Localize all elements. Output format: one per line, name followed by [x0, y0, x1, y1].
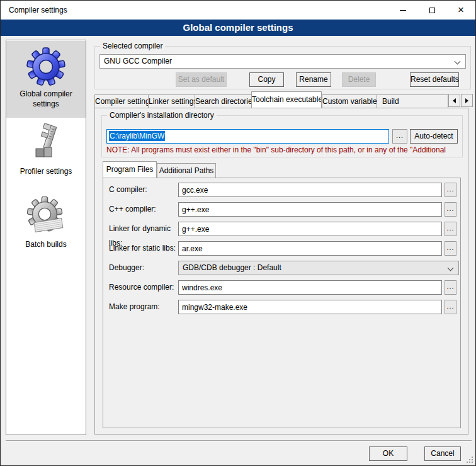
linker-dynamic-input[interactable]	[178, 222, 442, 236]
linker-static-label: Linker for static libs:	[109, 241, 184, 256]
footer-divider	[6, 440, 472, 441]
dialog-header-title: Global compiler settings	[183, 22, 293, 33]
tab-linker-settings[interactable]: Linker settings	[148, 94, 195, 108]
right-arrow-icon	[465, 98, 468, 103]
installation-directory-value: C:\raylib\MinGW	[109, 131, 165, 141]
close-icon: ×	[458, 7, 464, 13]
set-as-default-button[interactable]: Set as default	[176, 72, 227, 87]
tab-search-directories[interactable]: Search directories	[195, 94, 252, 108]
compiler-select-value: GNU GCC Compiler	[104, 57, 172, 65]
sidebar-item-label: Global compiler settings	[6, 89, 86, 109]
cancel-button[interactable]: Cancel	[424, 446, 461, 461]
settings-category-list: Global compiler settings Profiler se	[6, 40, 86, 435]
c-compiler-browse-button[interactable]: ...	[445, 183, 456, 197]
reset-defaults-button[interactable]: Reset defaults	[410, 72, 459, 87]
sidebar-item-batch-builds[interactable]: Batch builds	[6, 191, 86, 266]
tab-build-options[interactable]: Build	[377, 94, 448, 108]
cpp-compiler-label: C++ compiler:	[109, 202, 178, 217]
c-compiler-input[interactable]	[178, 183, 442, 197]
minimize-button[interactable]	[388, 1, 417, 20]
minimize-icon	[400, 10, 406, 11]
caliper-icon	[26, 123, 66, 164]
tab-compiler-settings[interactable]: Compiler settings	[94, 94, 149, 108]
browse-directory-button[interactable]: ...	[392, 129, 407, 144]
copy-button[interactable]: Copy	[249, 72, 284, 87]
close-button[interactable]: ×	[446, 1, 475, 20]
tab-scroll-left-button[interactable]	[448, 94, 460, 107]
sidebar-item-label: Batch builds	[6, 239, 86, 249]
linker-static-browse-button[interactable]: ...	[445, 241, 456, 256]
caption-buttons: ×	[388, 1, 475, 20]
left-arrow-icon	[453, 98, 456, 103]
installation-directory-input[interactable]: C:\raylib\MinGW	[106, 129, 389, 144]
cpp-compiler-input[interactable]	[178, 202, 442, 217]
debugger-label: Debugger:	[109, 261, 178, 275]
dialog-header: Global compiler settings	[1, 20, 475, 36]
maximize-icon	[429, 8, 435, 13]
maximize-button[interactable]	[417, 1, 446, 20]
ok-button[interactable]: OK	[369, 446, 407, 461]
titlebar: Compiler settings ×	[1, 1, 475, 20]
tab-toolchain-executables[interactable]: Toolchain executables	[251, 91, 322, 108]
tab-custom-variables[interactable]: Custom variables	[322, 94, 377, 108]
resource-compiler-label: Resource compiler:	[109, 280, 178, 295]
make-program-browse-button[interactable]: ...	[445, 300, 456, 314]
compiler-select[interactable]: GNU GCC Compiler	[99, 54, 466, 69]
gray-gear-stack-icon	[26, 196, 66, 237]
blue-gear-icon	[26, 46, 66, 86]
c-compiler-label: C compiler:	[109, 183, 178, 197]
sidebar-item-profiler-settings[interactable]: Profiler settings	[6, 118, 86, 191]
make-program-label: Make program:	[109, 300, 178, 314]
cpp-compiler-browse-button[interactable]: ...	[445, 202, 456, 217]
installation-directory-group-label: Compiler's installation directory	[107, 111, 217, 120]
debugger-select-value: GDB/CDB debugger : Default	[183, 263, 281, 272]
compiler-settings-dialog: Compiler settings × Global compiler sett…	[0, 0, 476, 466]
subtab-program-files[interactable]: Program Files	[103, 161, 157, 178]
sidebar-item-global-compiler-settings[interactable]: Global compiler settings	[6, 41, 86, 118]
linker-dynamic-browse-button[interactable]: ...	[445, 222, 456, 236]
resource-compiler-browse-button[interactable]: ...	[445, 280, 456, 295]
rename-button[interactable]: Rename	[296, 72, 331, 87]
subtab-additional-paths[interactable]: Additional Paths	[157, 163, 216, 178]
sidebar-item-label: Profiler settings	[6, 166, 86, 176]
window-title: Compiler settings	[9, 6, 67, 14]
chevron-down-icon	[455, 59, 461, 65]
linker-static-input[interactable]	[178, 241, 442, 256]
delete-button[interactable]: Delete	[342, 72, 376, 87]
bin-subdirectory-note: NOTE: All programs must exist either in …	[106, 145, 459, 154]
debugger-select[interactable]: GDB/CDB debugger : Default	[178, 261, 459, 275]
resize-grip[interactable]	[472, 462, 473, 463]
tab-scroll-right-button[interactable]	[461, 94, 473, 107]
auto-detect-button[interactable]: Auto-detect	[410, 129, 458, 144]
resource-compiler-input[interactable]	[178, 280, 442, 295]
make-program-input[interactable]	[178, 300, 442, 314]
chevron-down-icon	[448, 265, 454, 271]
selected-compiler-group-label: Selected compiler	[100, 42, 165, 51]
